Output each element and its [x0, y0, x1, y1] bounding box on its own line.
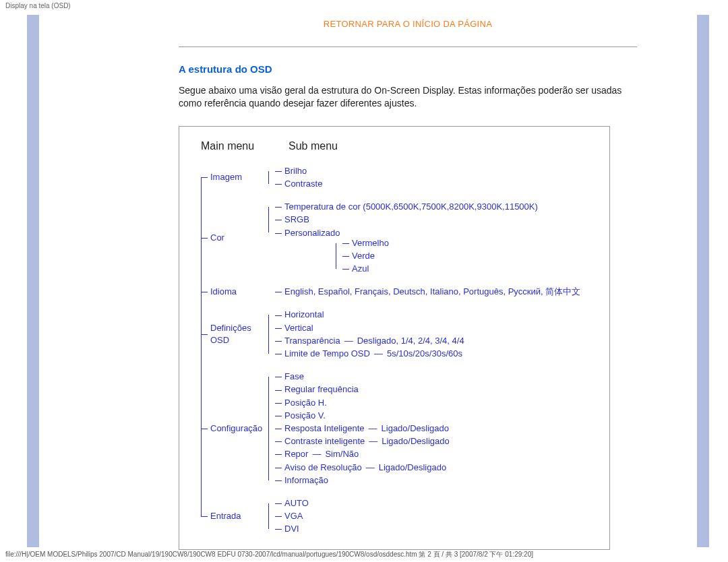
section-intro: Segue abaixo uma visão geral da estrutur… [179, 84, 637, 110]
sub-menu-item: English, Español, Français, Deutsch, Ita… [275, 286, 580, 298]
main-menu-label: Definições OSD [201, 322, 268, 346]
main-menu-label: Configuração [201, 423, 268, 435]
sub-menu-block: Temperatura de cor (5000K,6500K,7500K,82… [268, 200, 538, 276]
sub-menu-label: Aviso de Resolução [284, 462, 362, 472]
sub-menu-label: Posição H. [284, 398, 327, 408]
main-menu-label: Idioma [201, 286, 268, 298]
main-menu-item: EntradaAUTOVGADVI [201, 497, 597, 536]
sub-menu-item: Resposta Inteligente—Ligado/Desligado [275, 423, 524, 435]
nested-item: Vermelho [342, 237, 538, 249]
nested-item: Azul [342, 263, 538, 275]
sub-menu-options: Sim/Não [325, 449, 359, 459]
sub-menu-item: Brilho [275, 165, 524, 177]
nested-item: Verde [342, 250, 538, 262]
sub-menu-label: Horizontal [284, 309, 324, 319]
osd-tree-diagram: Main menu Sub menu ImagemBrilhoContraste… [179, 126, 610, 551]
divider [179, 46, 637, 47]
sub-menu-options: Ligado/Desligado [382, 423, 449, 433]
sub-menu-item: Regular frequência [275, 383, 524, 396]
sub-menu-label: Transparência [284, 336, 340, 346]
sub-menu-item: Posição V. [275, 410, 524, 422]
return-to-top-link[interactable]: Retornar para o início da página [179, 19, 637, 29]
sub-menu-label: Posição V. [284, 410, 326, 420]
sub-menu-label: Brilho [284, 166, 307, 176]
sub-menu-block: AUTOVGADVI [268, 497, 524, 536]
left-border [27, 15, 39, 547]
sub-menu-item: VGA [275, 510, 524, 522]
main-menu-item: Definições OSDHorizontalVerticalTranspar… [201, 308, 597, 361]
sub-menu-label: Resposta Inteligente [284, 423, 365, 433]
sub-menu-block: English, Español, Français, Deutsch, Ita… [268, 285, 580, 299]
sub-menu-label: Informação [284, 475, 328, 485]
main-menu-label: Imagem [201, 171, 268, 183]
sub-menu-item: Contraste [275, 178, 524, 190]
sub-menu-item: Fase [275, 371, 524, 383]
sub-menu-label: Repor [284, 449, 308, 459]
sub-menu-item: Limite de Tempo OSD—5s/10s/20s/30s/60s [275, 348, 524, 360]
right-border [697, 15, 709, 547]
main-menu-item: CorTemperatura de cor (5000K,6500K,7500K… [201, 200, 597, 276]
sub-menu-label: Fase [284, 371, 304, 381]
nested-block: VermelhoVerdeAzul [336, 237, 538, 276]
sub-menu-label: DVI [284, 524, 299, 534]
sub-menu-block: BrilhoContraste [268, 164, 524, 191]
sub-menu-options: Ligado/Desligado [382, 436, 449, 446]
sub-menu-item: DVI [275, 523, 524, 535]
main-menu-item: ConfiguraçãoFaseRegular frequênciaPosiçã… [201, 370, 597, 487]
main-menu-label: Entrada [201, 510, 268, 522]
sub-menu-options: Ligado/Desligado [379, 462, 446, 472]
sub-menu-label: Temperatura de cor (5000K,6500K,7500K,82… [284, 201, 538, 212]
sub-menu-block: HorizontalVerticalTransparência—Desligad… [268, 308, 524, 361]
main-menu-item: ImagemBrilhoContraste [201, 164, 597, 191]
sub-menu-item: Temperatura de cor (5000K,6500K,7500K,82… [275, 201, 538, 213]
main-menu-label: Cor [201, 232, 268, 244]
sub-menu-item: Aviso de Resolução—Ligado/Desligado [275, 462, 524, 474]
sub-menu-item: Contraste inteligente—Ligado/Desligado [275, 435, 524, 447]
sub-menu-item: Horizontal [275, 309, 524, 321]
sub-menu-item: SRGB [275, 214, 538, 226]
section-title: A estrutura do OSD [179, 63, 637, 75]
column-header-main: Main menu [201, 140, 268, 152]
sub-menu-item: Posição H. [275, 397, 524, 409]
sub-menu-label: Contraste [284, 179, 322, 189]
column-header-sub: Sub menu [289, 140, 338, 152]
sub-menu-item: Informação [275, 474, 524, 487]
sub-menu-label: AUTO [284, 498, 309, 508]
main-menu-item: IdiomaEnglish, Español, Français, Deutsc… [201, 285, 597, 299]
sub-menu-options: Desligado, 1/4, 2/4, 3/4, 4/4 [357, 336, 464, 346]
sub-menu-item: Vertical [275, 322, 524, 334]
page-header: Display na tela (OSD) [0, 0, 76, 11]
sub-menu-label: VGA [284, 511, 303, 521]
menu-tree: ImagemBrilhoContrasteCorTemperatura de c… [191, 164, 597, 536]
sub-menu-options: 5s/10s/20s/30s/60s [387, 348, 462, 358]
sub-menu-item: AUTO [275, 497, 524, 509]
sub-menu-label: Contraste inteligente [284, 436, 365, 446]
main-content: Retornar para o início da página A estru… [179, 19, 637, 550]
sub-menu-label: SRGB [284, 214, 309, 224]
sub-menu-label: Vertical [284, 323, 313, 333]
sub-menu-item: Transparência—Desligado, 1/4, 2/4, 3/4, … [275, 335, 524, 347]
sub-menu-item: Repor—Sim/Não [275, 448, 524, 460]
page-footer-path: file:///H|/OEM MODELS/Philips 2007/CD Ma… [5, 550, 533, 559]
sub-menu-label: Regular frequência [284, 384, 359, 394]
sub-menu-label: Personalizado [284, 228, 340, 238]
sub-menu-label: English, Español, Français, Deutsch, Ita… [284, 286, 580, 296]
sub-menu-label: Limite de Tempo OSD [284, 348, 370, 358]
sub-menu-block: FaseRegular frequênciaPosição H.Posição … [268, 370, 524, 487]
